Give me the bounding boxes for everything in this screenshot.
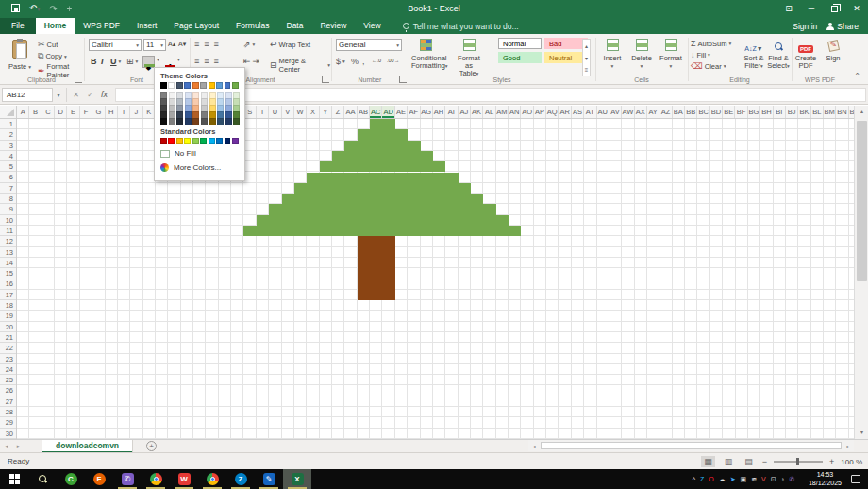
theme-tint-swatch-r5-c7[interactable]	[209, 118, 216, 125]
standard-color-swatch-1[interactable]	[160, 138, 167, 144]
theme-tint-swatch-r2-c9[interactable]	[225, 98, 232, 105]
page-break-view-button[interactable]: ▤	[742, 456, 756, 467]
name-box[interactable]: AB12	[2, 88, 53, 102]
column-header-AJ[interactable]: AJ	[459, 106, 471, 118]
hidden-icons-caret-icon[interactable]: ^	[693, 469, 695, 489]
theme-tint-swatch-r5-c6[interactable]	[201, 118, 208, 125]
column-header-AD[interactable]: AD	[382, 106, 394, 118]
row-header-6[interactable]: 6	[0, 172, 16, 182]
orientation-button[interactable]: ⇗▾	[243, 40, 255, 49]
column-header-U[interactable]: U	[269, 106, 281, 118]
taskbar-app-coccoc-browser[interactable]: C	[57, 469, 85, 489]
sign-in-link[interactable]: Sign in	[793, 22, 817, 31]
insert-function-icon[interactable]: fx	[97, 90, 111, 99]
theme-tint-swatch-r5-c10[interactable]	[233, 118, 240, 125]
theme-tint-swatch-r2-c1[interactable]	[160, 98, 167, 105]
standard-color-swatch-3[interactable]	[176, 138, 183, 144]
font-family-combo[interactable]: Calibri▾	[89, 39, 142, 51]
fill-button[interactable]: ↓Fill▾	[691, 50, 710, 59]
theme-tint-swatch-r5-c4[interactable]	[185, 118, 192, 125]
standard-color-swatch-10[interactable]	[232, 138, 239, 144]
horizontal-align-buttons[interactable]: ≡≡≡	[194, 57, 222, 66]
column-header-I[interactable]: I	[118, 106, 130, 118]
theme-color-swatch-10[interactable]	[232, 82, 239, 89]
column-header-AL[interactable]: AL	[483, 106, 495, 118]
shrink-font-button[interactable]: A▾	[178, 41, 186, 48]
alignment-dialog-launcher[interactable]	[322, 76, 329, 83]
standard-color-swatch-6[interactable]	[200, 138, 207, 144]
taskbar-app-wps-office[interactable]: W	[170, 469, 198, 489]
column-header-AR[interactable]: AR	[559, 106, 571, 118]
taskbar-app-photos[interactable]: ✎	[255, 469, 283, 489]
column-header-F[interactable]: F	[80, 106, 92, 118]
tree-leaf-row-7[interactable]	[294, 183, 471, 194]
column-header-BG[interactable]: BG	[748, 106, 760, 118]
styles-gallery-scroll[interactable]: ▴▾≡	[582, 39, 591, 76]
theme-tint-swatch-r2-c3[interactable]	[176, 98, 183, 105]
messenger-tray-icon[interactable]: ➤	[730, 469, 736, 489]
theme-tint-swatch-r1-c10[interactable]	[233, 92, 240, 98]
network-tray-icon[interactable]: ≋	[751, 469, 757, 489]
theme-tint-swatch-r2-c4[interactable]	[185, 98, 192, 105]
column-header-AW[interactable]: AW	[622, 106, 634, 118]
column-header-BB[interactable]: BB	[685, 106, 697, 118]
row-header-5[interactable]: 5	[0, 161, 16, 172]
tab-view[interactable]: View	[355, 18, 389, 34]
theme-tint-swatch-r2-c5[interactable]	[192, 98, 199, 105]
theme-tint-swatch-r5-c2[interactable]	[169, 118, 175, 125]
tree-leaf-row-1[interactable]	[370, 119, 395, 129]
column-header-AE[interactable]: AE	[395, 106, 408, 118]
theme-tint-swatch-r4-c2[interactable]	[169, 111, 175, 118]
borders-button[interactable]: ⊞▾	[126, 57, 138, 66]
taskbar-clock[interactable]: 14:5318/12/2025	[809, 470, 842, 487]
taskbar-app-excel[interactable]: X	[283, 469, 311, 489]
standard-color-swatch-7[interactable]	[209, 138, 215, 144]
column-header-AH[interactable]: AH	[433, 106, 445, 118]
row-header-27[interactable]: 27	[0, 396, 16, 407]
column-header-BJ[interactable]: BJ	[786, 106, 798, 118]
page-layout-view-button[interactable]: ▥	[722, 456, 736, 467]
theme-tint-swatch-r5-c9[interactable]	[225, 118, 232, 125]
tab-data[interactable]: Data	[278, 18, 312, 34]
paste-button[interactable]: Paste▾	[6, 38, 34, 79]
new-sheet-icon[interactable]: +	[146, 441, 157, 451]
column-header-E[interactable]: E	[67, 106, 79, 118]
zoom-level[interactable]: 100 %	[841, 458, 862, 466]
row-header-21[interactable]: 21	[0, 332, 16, 343]
row-header-24[interactable]: 24	[0, 364, 16, 375]
select-all-corner[interactable]	[0, 106, 17, 119]
display-tray-icon[interactable]: ⊡	[771, 469, 776, 489]
conditional-formatting-button[interactable]: ConditionalFormatting▾	[411, 38, 440, 70]
row-header-28[interactable]: 28	[0, 407, 16, 417]
standard-color-swatch-8[interactable]	[216, 138, 223, 144]
vertical-scrollbar[interactable]: ▴ ▾	[854, 106, 868, 439]
bold-button[interactable]: B	[91, 57, 97, 66]
format-cells-button[interactable]: Format▾	[657, 38, 685, 70]
taskbar-app-chrome[interactable]	[142, 469, 170, 489]
column-header-BN[interactable]: BN	[836, 106, 848, 118]
theme-tint-swatch-r1-c6[interactable]	[201, 92, 208, 98]
column-header-AT[interactable]: AT	[584, 106, 596, 118]
theme-tint-swatch-r1-c8[interactable]	[217, 92, 224, 98]
row-header-19[interactable]: 19	[0, 311, 16, 321]
column-header-D[interactable]: D	[55, 106, 67, 118]
column-header-V[interactable]: V	[282, 106, 294, 118]
column-header-AY[interactable]: AY	[647, 106, 659, 118]
column-header-AI[interactable]: AI	[445, 106, 458, 118]
column-header-AA[interactable]: AA	[344, 106, 357, 118]
restore-icon[interactable]	[823, 0, 845, 18]
tree-leaf-row-5[interactable]	[320, 161, 446, 172]
standard-color-swatch-9[interactable]	[225, 138, 231, 144]
more-colors-item[interactable]: More Colors...	[160, 161, 239, 174]
tell-me-box[interactable]: Tell me what you want to do...	[390, 18, 519, 34]
tree-leaf-row-11[interactable]	[243, 226, 521, 236]
tab-home[interactable]: Home	[36, 18, 75, 34]
tab-insert[interactable]: Insert	[128, 18, 165, 34]
underline-button[interactable]: U▾	[110, 57, 121, 66]
column-header-J[interactable]: J	[130, 106, 142, 118]
column-header-W[interactable]: W	[294, 106, 307, 118]
theme-tint-swatch-r3-c3[interactable]	[176, 105, 183, 111]
sheet-tab[interactable]: downloadcomvn	[42, 440, 133, 453]
column-header-AK[interactable]: AK	[471, 106, 483, 118]
fill-color-caret[interactable]: ▾	[157, 57, 159, 62]
